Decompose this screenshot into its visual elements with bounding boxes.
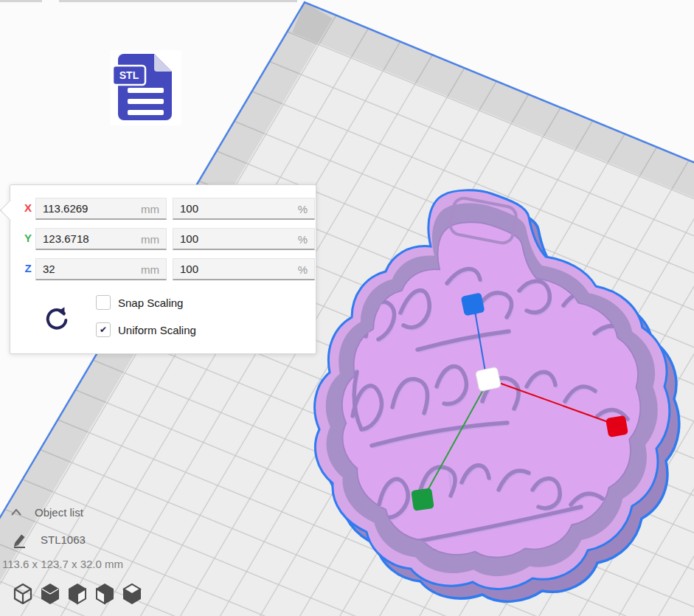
z-size-field: mm <box>35 258 167 280</box>
snap-scaling-label: Snap Scaling <box>118 297 183 309</box>
view-right-button[interactable] <box>121 582 143 606</box>
y-size-field: mm <box>35 228 167 250</box>
uniform-scaling-option[interactable]: ✔ Uniform Scaling <box>96 322 196 337</box>
scaling-options: Snap Scaling ✔ Uniform Scaling <box>96 295 196 350</box>
stl-file-icon: STL <box>111 50 181 125</box>
cube-wireframe-icon <box>12 582 34 606</box>
snap-scaling-option[interactable]: Snap Scaling <box>96 295 196 310</box>
cube-left-face-icon <box>94 582 116 606</box>
scale-handle-y[interactable] <box>411 488 434 511</box>
view-3d-button[interactable] <box>12 582 34 606</box>
cube-right-face-icon <box>66 582 89 606</box>
cube-top-face-icon <box>121 582 143 606</box>
window-edge <box>0 0 42 2</box>
axis-z-label: Z <box>21 262 35 274</box>
checkmark-icon: ✔ <box>100 325 107 334</box>
object-list-title[interactable]: Object list <box>35 506 83 519</box>
scale-handle-uniform[interactable] <box>475 367 501 392</box>
axis-y-label: Y <box>21 232 35 244</box>
x-size-field: mm <box>35 198 167 220</box>
y-percent-input[interactable] <box>173 229 314 249</box>
reset-scale-button[interactable] <box>43 305 71 333</box>
x-size-input[interactable] <box>36 198 166 218</box>
view-preset-toolbar <box>12 582 143 606</box>
object-dimensions: 113.6 x 123.7 x 32.0 mm <box>2 558 123 570</box>
axis-x-label: X <box>21 201 35 214</box>
scale-row-x: X mm % <box>10 198 316 220</box>
window-edge <box>59 0 297 2</box>
cube-solid-icon <box>39 582 61 606</box>
z-percent-input[interactable] <box>173 259 314 279</box>
y-size-input[interactable] <box>36 229 166 249</box>
snap-scaling-checkbox[interactable] <box>96 295 111 310</box>
y-percent-field: % <box>173 228 315 250</box>
x-percent-input[interactable] <box>173 198 314 218</box>
z-percent-field: % <box>173 258 315 280</box>
scale-row-y: Y mm % <box>10 228 316 250</box>
view-left-button[interactable] <box>94 582 116 606</box>
scale-handle-z[interactable] <box>461 292 485 316</box>
view-top-button[interactable] <box>66 582 89 606</box>
x-percent-field: % <box>173 198 315 220</box>
z-size-input[interactable] <box>36 259 166 279</box>
stl-label-text: STL <box>119 69 139 81</box>
scale-tool-panel: X mm % Y mm % Z mm <box>10 184 316 354</box>
scale-handle-x[interactable] <box>605 415 628 437</box>
scale-row-z: Z mm % <box>10 258 316 280</box>
object-name[interactable]: STL1063 <box>41 533 86 546</box>
view-front-button[interactable] <box>39 582 61 606</box>
slicer-viewport: STL X mm % Y mm <box>0 0 694 616</box>
chevron-up-icon[interactable] <box>10 508 22 516</box>
edit-pencil-icon[interactable] <box>12 531 30 549</box>
reset-icon <box>43 305 71 333</box>
uniform-scaling-checkbox[interactable]: ✔ <box>96 322 111 337</box>
uniform-scaling-label: Uniform Scaling <box>118 324 196 336</box>
